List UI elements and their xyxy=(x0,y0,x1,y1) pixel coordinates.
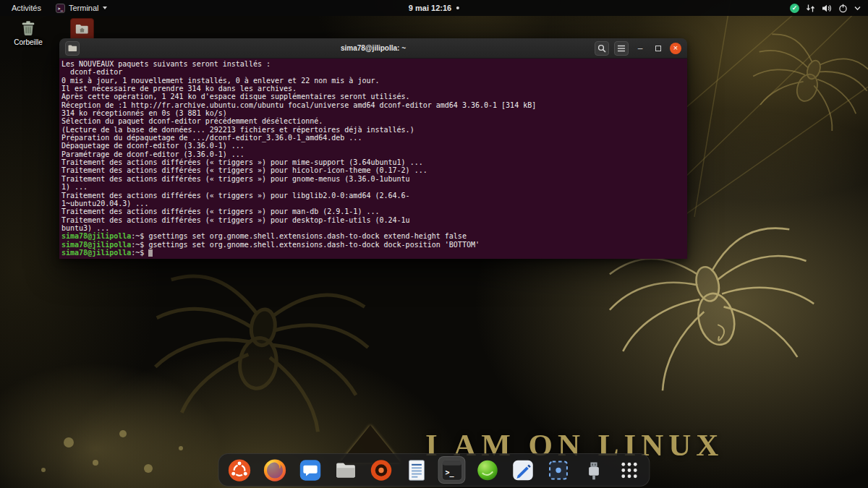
terminal-line: Sélection du paquet dconf-editor précéde… xyxy=(61,117,686,125)
close-button[interactable]: × xyxy=(670,43,681,54)
prompt-suffix: :~$ xyxy=(131,232,144,240)
terminal-headerbar[interactable]: sima78@jilipolla: ~ – × xyxy=(59,38,687,59)
window-title: sima78@jilipolla: ~ xyxy=(59,44,687,52)
terminal-line: Après cette opération, 1 241 ko d'espace… xyxy=(61,93,686,100)
writer-icon[interactable] xyxy=(403,456,430,484)
network-icon xyxy=(806,4,815,13)
update-check-icon: ✓ xyxy=(790,4,799,13)
terminal-window: sima78@jilipolla: ~ – × Les NOUVEAUX paq… xyxy=(59,38,687,259)
dock-items: >_ xyxy=(226,456,643,484)
terminal-line: Traitement des actions différées (« trig… xyxy=(61,158,686,166)
screenshot-icon[interactable] xyxy=(545,456,572,484)
search-button[interactable] xyxy=(595,41,609,56)
notification-dot-icon xyxy=(456,7,459,9)
background-window[interactable] xyxy=(70,18,94,40)
minimize-button[interactable]: – xyxy=(634,42,647,55)
terminal-line: 1~ubuntu20.04.3) ... xyxy=(61,200,686,207)
terminal-line: 314 ko réceptionnés en 0s (3 881 ko/s) xyxy=(61,109,686,117)
terminal-line: Préparation du dépaquetage de .../dconf-… xyxy=(61,134,686,142)
terminal-line: sima78@jilipolla:~$ gsettings set org.gn… xyxy=(61,241,686,249)
trash-label: Corbeille xyxy=(14,38,42,46)
terminal-output[interactable]: Les NOUVEAUX paquets suivants seront ins… xyxy=(59,59,687,259)
power-icon xyxy=(838,4,848,13)
terminal-line: sima78@jilipolla:~$ gsettings set org.gn… xyxy=(61,232,686,240)
terminal-line: 0 mis à jour, 1 nouvellement installés, … xyxy=(61,77,686,85)
terminal-line: Traitement des actions différées (« trig… xyxy=(61,216,686,224)
terminal-line: dconf-editor xyxy=(61,68,686,76)
volume-icon xyxy=(822,4,832,13)
terminal-line: (Lecture de la base de données... 292213… xyxy=(61,126,686,134)
top-bar: Activités >_ Terminal 9 mai 12:16 ✓ xyxy=(0,0,868,16)
terminal-line: Traitement des actions différées (« trig… xyxy=(61,175,686,183)
terminal-line: Traitement des actions différées (« trig… xyxy=(61,166,686,174)
maximize-icon xyxy=(655,46,661,51)
terminal-line: Traitement des actions différées (« trig… xyxy=(61,207,686,215)
terminal-line: Traitement des actions différées (« trig… xyxy=(61,192,686,200)
usb-icon[interactable] xyxy=(580,456,608,484)
hamburger-icon xyxy=(617,45,626,52)
green-app-icon[interactable] xyxy=(474,456,501,484)
chat-icon[interactable] xyxy=(297,456,324,484)
chevron-down-icon xyxy=(854,6,861,11)
software-icon[interactable] xyxy=(367,456,395,484)
trash-shortcut[interactable]: Corbeille xyxy=(11,19,46,46)
clock-label: 9 mai 12:16 xyxy=(409,4,451,12)
pen-icon[interactable] xyxy=(509,456,537,484)
terminal-cursor xyxy=(148,249,153,257)
firefox-icon[interactable] xyxy=(261,456,289,484)
terminal-line: Il est nécessaire de prendre 314 ko dans… xyxy=(61,85,686,93)
terminal-line: Les NOUVEAUX paquets suivants seront ins… xyxy=(61,60,686,68)
maximize-button[interactable] xyxy=(652,42,665,55)
folder-icon xyxy=(68,44,77,52)
terminal-line: Réception de :1 http://fr.archive.ubuntu… xyxy=(61,101,686,109)
menu-button[interactable] xyxy=(614,41,629,56)
show-apps-icon[interactable] xyxy=(616,456,643,484)
clock[interactable]: 9 mai 12:16 xyxy=(409,4,459,12)
prompt-suffix: :~$ xyxy=(131,249,144,257)
prompt-user: sima78@jilipolla xyxy=(61,249,131,257)
prompt-user: sima78@jilipolla xyxy=(61,241,131,249)
terminal-icon[interactable]: >_ xyxy=(438,456,466,484)
terminal-line: buntu3) ... xyxy=(61,224,686,232)
trash-icon xyxy=(19,19,38,38)
terminal-line: Paramétrage de dconf-editor (3.36.0-1) .… xyxy=(61,150,686,158)
system-status-area[interactable]: ✓ xyxy=(790,4,868,13)
ubuntu-icon[interactable] xyxy=(226,456,253,484)
files-icon[interactable] xyxy=(332,456,359,484)
terminal-line: Dépaquetage de dconf-editor (3.36.0-1) .… xyxy=(61,142,686,150)
dock: >_ xyxy=(218,453,650,487)
open-tab-button[interactable] xyxy=(65,41,80,56)
terminal-app-icon: >_ xyxy=(56,4,65,13)
terminal-line: 1) ... xyxy=(61,183,686,191)
search-icon xyxy=(597,44,606,53)
home-folder-icon xyxy=(75,23,89,35)
prompt-suffix: :~$ xyxy=(131,241,144,249)
terminal-line: sima78@jilipolla:~$ xyxy=(61,249,686,257)
svg-text:>_: >_ xyxy=(445,468,454,476)
app-menu-label: Terminal xyxy=(69,4,99,12)
chevron-down-icon xyxy=(103,7,107,9)
app-menu[interactable]: >_ Terminal xyxy=(56,4,107,13)
activities-button[interactable]: Activités xyxy=(7,2,46,14)
prompt-user: sima78@jilipolla xyxy=(61,232,131,240)
